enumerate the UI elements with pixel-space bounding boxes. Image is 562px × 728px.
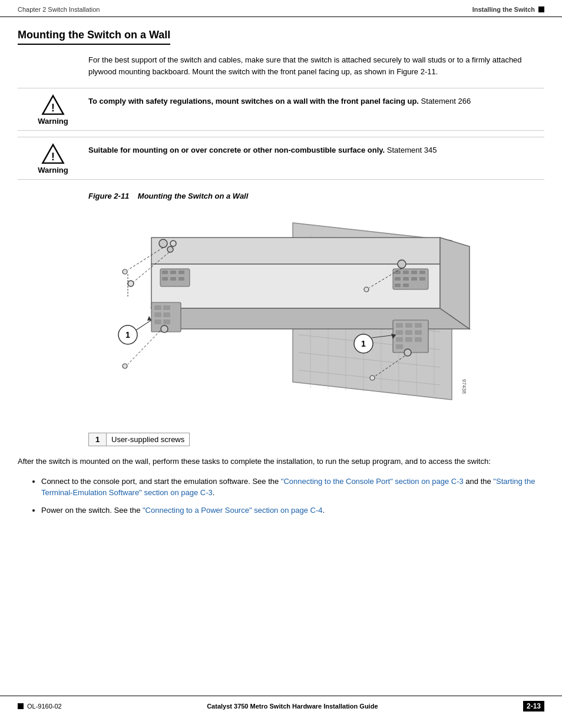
svg-rect-27 <box>178 271 184 274</box>
svg-marker-79 <box>147 316 151 321</box>
page-header: Chapter 2 Switch Installation Installing… <box>0 0 562 17</box>
header-chapter: Chapter 2 Switch Installation <box>18 6 100 13</box>
bullet-item-2: Power on the switch. See the "Connecting… <box>41 505 544 516</box>
wall-mount-diagram: 1 1 97438 <box>75 205 487 423</box>
bullet-1-suffix: . <box>213 488 215 497</box>
page-footer: OL-9160-02 Catalyst 3750 Metro Switch Ha… <box>0 696 562 716</box>
svg-rect-29 <box>170 277 176 281</box>
svg-point-72 <box>364 287 369 292</box>
warning-icon-area-2: ! Warning <box>18 142 88 174</box>
svg-point-69 <box>123 364 127 368</box>
svg-rect-25 <box>162 271 168 274</box>
bullet-1-prefix: Connect to the console port, and start t… <box>41 477 281 486</box>
svg-text:!: ! <box>51 102 55 114</box>
bullet-1-link1[interactable]: "Connecting to the Console Port" section… <box>281 477 464 486</box>
svg-rect-46 <box>163 312 170 317</box>
warning-text-1: To comply with safety regulations, mount… <box>88 93 544 107</box>
bullet-item-1: Connect to the console port, and start t… <box>41 476 544 499</box>
warning-icon-area-1: ! Warning <box>18 93 88 126</box>
svg-point-64 <box>167 246 173 252</box>
warning-text-2: Suitable for mounting on or over concret… <box>88 142 544 156</box>
svg-rect-40 <box>395 284 401 287</box>
svg-rect-57 <box>405 337 412 342</box>
warning-block-1: ! Warning To comply with safety regulati… <box>18 88 544 131</box>
bullet-2-suffix: . <box>323 506 325 515</box>
bullet-2-link1[interactable]: "Connecting to a Power Source" section o… <box>143 506 323 515</box>
svg-marker-20 <box>151 238 440 264</box>
after-text: After the switch is mounted on the wall,… <box>18 456 544 467</box>
warning-triangle-icon-1: ! <box>41 94 65 116</box>
svg-point-85 <box>370 375 375 380</box>
warning-block-2: ! Warning Suitable for mounting on or ov… <box>18 137 544 180</box>
footer-doc-number: OL-9160-02 <box>27 703 62 710</box>
bullet-1-middle: and the <box>464 477 494 486</box>
legend-row-1: 1 User-supplied screws <box>89 433 190 446</box>
warning-label-2: Warning <box>38 166 68 174</box>
bullet-2-prefix: Power on the switch. See the <box>41 506 143 515</box>
svg-line-78 <box>136 320 151 330</box>
header-square-icon <box>538 6 544 12</box>
page-container: Chapter 2 Switch Installation Installing… <box>0 0 562 728</box>
svg-point-73 <box>128 281 134 286</box>
section-title: Mounting the Switch on a Wall <box>18 29 170 45</box>
legend-table: 1 User-supplied screws <box>88 433 190 446</box>
svg-rect-36 <box>395 277 401 281</box>
svg-rect-45 <box>154 312 161 317</box>
svg-rect-51 <box>405 323 412 328</box>
svg-rect-56 <box>396 337 403 342</box>
footer-square-icon <box>18 703 24 709</box>
legend-desc-1: User-supplied screws <box>107 433 190 446</box>
svg-rect-30 <box>178 277 184 281</box>
svg-point-60 <box>159 239 167 248</box>
svg-rect-43 <box>154 305 161 310</box>
warning-triangle-icon-2: ! <box>41 143 65 164</box>
svg-rect-41 <box>403 284 409 287</box>
svg-rect-34 <box>411 271 417 274</box>
svg-point-70 <box>398 260 406 268</box>
svg-rect-54 <box>405 330 412 335</box>
svg-rect-39 <box>419 277 425 281</box>
bullet-list: Connect to the console port, and start t… <box>41 476 544 516</box>
svg-rect-44 <box>163 305 170 310</box>
svg-rect-47 <box>154 319 161 324</box>
svg-rect-38 <box>411 277 417 281</box>
diagram-area: 1 1 97438 <box>18 205 544 423</box>
svg-rect-59 <box>396 344 403 349</box>
figure-container: Figure 2-11 Mounting the Switch on a Wal… <box>18 192 544 423</box>
footer-title: Catalyst 3750 Metro Switch Hardware Inst… <box>62 703 523 710</box>
main-content: Mounting the Switch on a Wall For the be… <box>0 17 562 542</box>
svg-rect-48 <box>163 319 170 324</box>
svg-rect-58 <box>415 337 422 342</box>
svg-rect-26 <box>170 271 176 274</box>
footer-page-number: 2-13 <box>523 701 544 711</box>
svg-rect-32 <box>395 271 401 274</box>
intro-paragraph: For the best support of the switch and c… <box>88 54 544 77</box>
warning-label-1: Warning <box>38 117 68 126</box>
svg-rect-37 <box>403 277 409 281</box>
svg-rect-28 <box>162 277 168 281</box>
svg-text:97438: 97438 <box>461 379 467 394</box>
figure-label: Figure 2-11 Mounting the Switch on a Wal… <box>88 192 544 200</box>
svg-rect-35 <box>419 271 425 274</box>
svg-text:!: ! <box>51 151 55 163</box>
svg-rect-50 <box>396 323 403 328</box>
svg-point-67 <box>161 325 168 332</box>
svg-text:1: 1 <box>361 339 366 348</box>
svg-rect-33 <box>403 271 409 274</box>
svg-point-63 <box>123 269 127 274</box>
svg-rect-55 <box>415 330 422 335</box>
svg-rect-52 <box>415 323 422 328</box>
svg-text:1: 1 <box>125 330 130 340</box>
svg-point-83 <box>404 349 411 356</box>
header-section: Installing the Switch <box>472 6 544 13</box>
svg-rect-53 <box>396 330 403 335</box>
footer-left: OL-9160-02 <box>18 703 62 710</box>
legend-num-1: 1 <box>89 433 107 446</box>
